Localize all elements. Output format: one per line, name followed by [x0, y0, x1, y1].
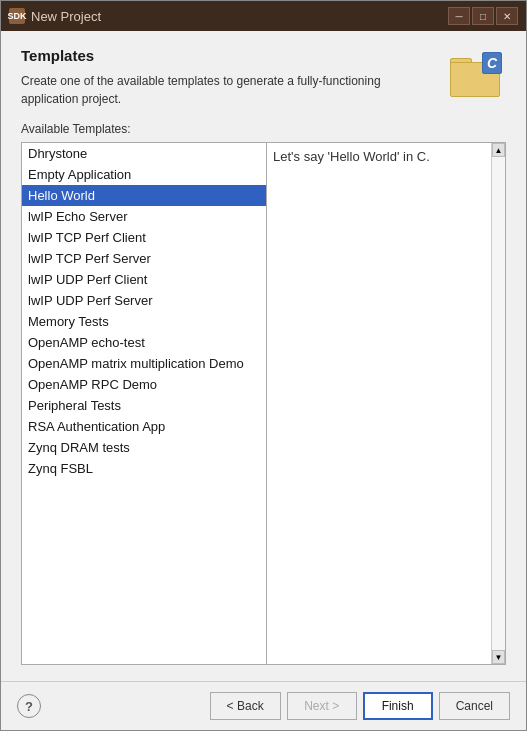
scroll-down-button[interactable]: ▼: [492, 650, 505, 664]
template-item-dhrystone[interactable]: Dhrystone: [22, 143, 266, 164]
header-text: Templates Create one of the available te…: [21, 47, 436, 108]
title-bar-left: SDK New Project: [9, 8, 101, 24]
bottom-bar: ? < Back Next > Finish Cancel: [1, 681, 526, 730]
content-area: Templates Create one of the available te…: [1, 31, 526, 681]
title-bar-controls: ─ □ ✕: [448, 7, 518, 25]
template-item-zynq-dram-tests[interactable]: Zynq DRAM tests: [22, 437, 266, 458]
close-button[interactable]: ✕: [496, 7, 518, 25]
lists-container: DhrystoneEmpty ApplicationHello WorldlwI…: [21, 142, 506, 665]
header-icon: C: [446, 47, 506, 102]
templates-list[interactable]: DhrystoneEmpty ApplicationHello WorldlwI…: [22, 143, 267, 664]
template-item-zynq-fsbl[interactable]: Zynq FSBL: [22, 458, 266, 479]
template-item-lwip-tcp-perf-client[interactable]: lwIP TCP Perf Client: [22, 227, 266, 248]
description-panel: Let's say 'Hello World' in C.: [267, 143, 491, 664]
title-bar: SDK New Project ─ □ ✕: [1, 1, 526, 31]
minimize-button[interactable]: ─: [448, 7, 470, 25]
next-button[interactable]: Next >: [287, 692, 357, 720]
back-button[interactable]: < Back: [210, 692, 281, 720]
description-text: Let's say 'Hello World' in C.: [273, 149, 430, 164]
new-project-window: SDK New Project ─ □ ✕ Templates Create o…: [0, 0, 527, 731]
template-item-lwip-udp-perf-server[interactable]: lwIP UDP Perf Server: [22, 290, 266, 311]
template-item-openamp-echo-test[interactable]: OpenAMP echo-test: [22, 332, 266, 353]
folder-icon: C: [450, 52, 502, 97]
help-button[interactable]: ?: [17, 694, 41, 718]
description-scrollbar[interactable]: ▲ ▼: [491, 143, 505, 664]
template-item-empty-application[interactable]: Empty Application: [22, 164, 266, 185]
sdk-icon: SDK: [9, 8, 25, 24]
folder-c-label: C: [482, 52, 502, 74]
header-title: Templates: [21, 47, 436, 64]
template-item-openamp-rpc-demo[interactable]: OpenAMP RPC Demo: [22, 374, 266, 395]
header-section: Templates Create one of the available te…: [21, 47, 506, 108]
available-label: Available Templates:: [21, 122, 506, 136]
header-description: Create one of the available templates to…: [21, 72, 436, 108]
scroll-up-button[interactable]: ▲: [492, 143, 505, 157]
template-item-hello-world[interactable]: Hello World: [22, 185, 266, 206]
template-item-rsa-authentication-app[interactable]: RSA Authentication App: [22, 416, 266, 437]
template-item-lwip-udp-perf-client[interactable]: lwIP UDP Perf Client: [22, 269, 266, 290]
template-item-memory-tests[interactable]: Memory Tests: [22, 311, 266, 332]
template-item-peripheral-tests[interactable]: Peripheral Tests: [22, 395, 266, 416]
template-item-lwip-tcp-perf-server[interactable]: lwIP TCP Perf Server: [22, 248, 266, 269]
cancel-button[interactable]: Cancel: [439, 692, 510, 720]
window-title: New Project: [31, 9, 101, 24]
finish-button[interactable]: Finish: [363, 692, 433, 720]
template-item-lwip-echo-server[interactable]: lwIP Echo Server: [22, 206, 266, 227]
bottom-buttons: < Back Next > Finish Cancel: [210, 692, 510, 720]
template-item-openamp-matrix-multiplication[interactable]: OpenAMP matrix multiplication Demo: [22, 353, 266, 374]
scrollbar-track: [492, 157, 505, 650]
maximize-button[interactable]: □: [472, 7, 494, 25]
